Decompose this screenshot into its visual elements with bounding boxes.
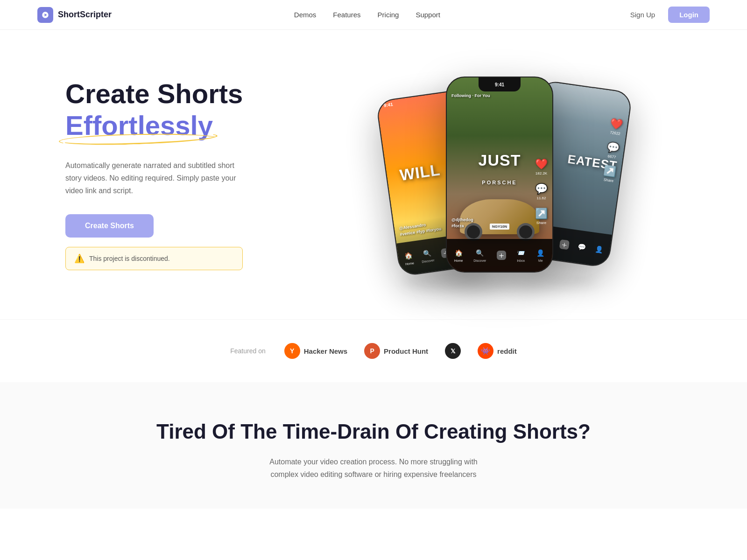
search-icon-center: 🔍 <box>475 248 485 258</box>
featured-section: Featured on Y Hacker News P Product Hunt… <box>0 319 747 382</box>
share-icon: ↗️ <box>535 208 548 220</box>
comment-icon: 💬 <box>535 183 548 195</box>
nav-features[interactable]: Features <box>333 11 360 19</box>
reddit-icon: 👾 <box>478 343 493 359</box>
discontinued-alert: ⚠️ This project is discontinued. <box>65 247 243 270</box>
phones-container: 9:41 ▲▲▲ WILL @Alessandro #venice #fyp #… <box>378 63 621 287</box>
phone-left-overlay: WILL <box>399 161 442 184</box>
nav-links: Demos Features Pricing Support <box>294 11 440 19</box>
create-shorts-button[interactable]: Create Shorts <box>65 214 154 238</box>
inbox-icon-center: 📨 <box>516 248 526 258</box>
brand-name: ShortScripter <box>58 10 112 20</box>
right-add-icon: ＋ <box>559 239 570 250</box>
car-number-plate: NGY10N <box>490 224 509 230</box>
bottom-me: 👤 Me <box>536 248 545 262</box>
right-bottom-me: 👤 <box>594 244 605 255</box>
hero-title: Create Shorts Effortlessly <box>65 79 289 140</box>
phone-center: 9:41 Following · For You JUST NGY10N <box>446 77 553 273</box>
right-share: ↗️ Share <box>602 164 617 183</box>
right-me-icon: 👤 <box>594 244 605 255</box>
featured-logos: Y Hacker News P Product Hunt 𝕏 👾 reddit <box>284 343 517 359</box>
heart-icon: ❤️ <box>535 158 548 170</box>
right-like: ❤️ 72622 <box>609 117 624 136</box>
comment-action: 💬 11.62 <box>535 183 548 200</box>
x-twitter-icon: 𝕏 <box>445 343 461 359</box>
hacker-news-logo[interactable]: Y Hacker News <box>284 343 347 359</box>
product-hunt-label: Product Hunt <box>384 347 428 355</box>
add-icon-center: ＋ <box>497 251 506 260</box>
hacker-news-icon: Y <box>284 343 300 359</box>
phone-left-time: 9:41 <box>383 102 393 108</box>
nav-pricing[interactable]: Pricing <box>378 11 399 19</box>
search-icon: 🔍 <box>422 248 432 259</box>
x-twitter-logo[interactable]: 𝕏 <box>445 343 461 359</box>
phone-center-screen: 9:41 Following · For You JUST NGY10N <box>447 77 552 272</box>
warning-icon: ⚠️ <box>74 253 85 264</box>
phone-center-time: 9:41 <box>495 82 504 87</box>
tired-description: Automate your video creation process. No… <box>257 455 490 481</box>
brand-logo[interactable]: ShortScripter <box>37 7 112 23</box>
phone-right-status: ud· <box>540 81 632 105</box>
signup-button[interactable]: Sign Up <box>623 7 662 22</box>
logo-icon <box>37 7 53 23</box>
nav-demos[interactable]: Demos <box>294 11 317 19</box>
phone-right-actions: ❤️ 72622 💬 6677 ↗️ Share <box>602 117 623 183</box>
car-wheel-right <box>517 223 535 241</box>
bottom-bar-home: 🏠 Home <box>403 251 415 266</box>
product-hunt-logo[interactable]: P Product Hunt <box>364 343 428 359</box>
tired-section: Tired Of The Time-Drain Of Creating Shor… <box>0 382 747 509</box>
product-hunt-icon: P <box>364 343 380 359</box>
home-icon: 🏠 <box>403 251 414 261</box>
hero-title-line1: Create Shorts <box>65 78 243 109</box>
phones-shadow <box>402 273 598 291</box>
right-bottom-add: ＋ <box>559 239 570 250</box>
bottom-home: 🏠 Home <box>454 248 463 262</box>
alert-text: This project is discontinued. <box>89 255 170 262</box>
phone-center-username: @djthedog <box>451 217 473 222</box>
me-icon-center: 👤 <box>536 248 545 258</box>
bottom-add: ＋ <box>497 251 506 260</box>
right-bottom-inbox: 💬 <box>577 242 587 252</box>
hero-description: Automatically generate narrated and subt… <box>65 159 252 197</box>
right-comment-icon: 💬 <box>606 141 620 155</box>
hacker-news-label: Hacker News <box>304 347 347 355</box>
hero-right: 9:41 ▲▲▲ WILL @Alessandro #venice #fyp #… <box>289 58 710 291</box>
bottom-inbox: 📨 Inbox <box>516 248 526 262</box>
reddit-logo[interactable]: 👾 reddit <box>478 343 517 359</box>
car-brand-label: PORSCHE <box>482 180 517 185</box>
phone-center-tab: Following · For You <box>447 91 552 100</box>
phone-center-user: @djthedog #forza <box>451 217 473 230</box>
like-action: ❤️ 182.2K <box>535 158 548 175</box>
phone-center-hashtag: #forza <box>451 224 473 228</box>
home-icon-center: 🏠 <box>454 248 463 258</box>
nav-support[interactable]: Support <box>416 11 440 19</box>
reddit-label: reddit <box>497 347 517 355</box>
right-inbox-icon: 💬 <box>577 242 587 252</box>
tired-title: Tired Of The Time-Drain Of Creating Shor… <box>37 420 710 444</box>
bottom-bar-discover: 🔍 Discover <box>420 248 435 263</box>
phone-center-bottom-bar: 🏠 Home 🔍 Discover ＋ 📨 Inbox <box>447 239 552 272</box>
right-heart-icon: ❤️ <box>609 117 623 131</box>
nav-actions: Sign Up Login <box>623 7 710 23</box>
featured-label: Featured on <box>230 347 266 355</box>
hero-section: Create Shorts Effortlessly Automatically… <box>0 30 747 319</box>
navigation: ShortScripter Demos Features Pricing Sup… <box>0 0 747 30</box>
right-comment: 💬 6677 <box>605 141 620 160</box>
share-action: ↗️ Share <box>535 208 548 225</box>
bottom-discover: 🔍 Discover <box>473 248 486 262</box>
phone-side-actions: ❤️ 182.2K 💬 11.62 ↗️ Share <box>535 158 548 225</box>
hero-left: Create Shorts Effortlessly Automatically… <box>65 79 289 270</box>
login-button[interactable]: Login <box>668 7 710 23</box>
phone-left-user: @Alessandro #venice #fyp #foryou <box>399 220 442 238</box>
hero-title-highlight: Effortlessly <box>65 111 213 140</box>
right-share-icon: ↗️ <box>603 164 617 178</box>
